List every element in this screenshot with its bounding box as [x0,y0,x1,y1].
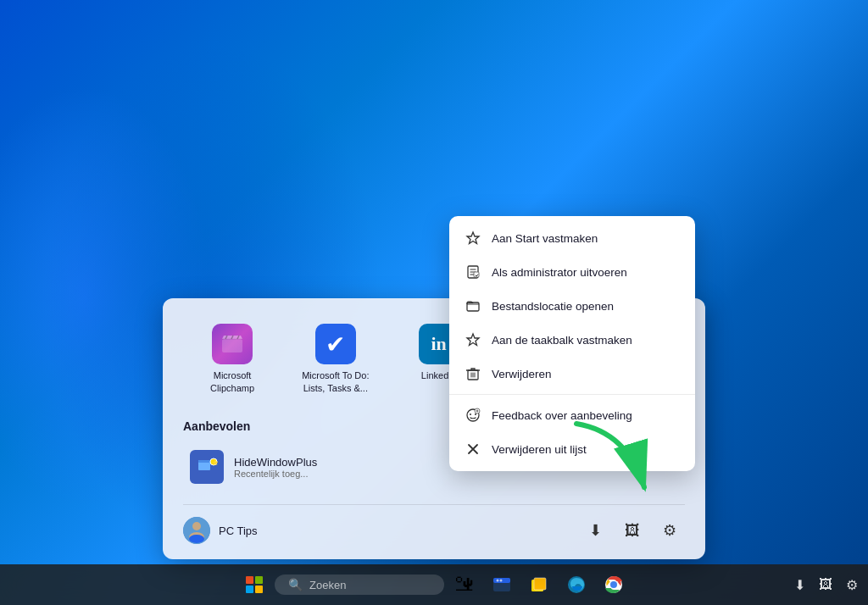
search-label: Zoeken [309,579,346,591]
taskbar-right: ⬇ 🖼 ⚙ [791,574,861,597]
settings-icon: ⚙ [663,521,676,540]
taskbar-icon-chrome[interactable] [597,568,631,602]
context-separator [449,394,695,395]
todo-icon: ✔ [315,324,356,364]
start-bottom-icons: ⬇ 🖼 ⚙ [580,515,685,546]
taskbar-icon-desert[interactable]: 🏜 [448,568,481,602]
context-item-pin-start[interactable]: Aan Start vastmaken [449,221,695,255]
file-location-icon [465,297,481,314]
app-clipchamp[interactable]: Microsoft Clipchamp [198,319,266,399]
context-item-feedback[interactable]: Feedback over aanbeveling [449,398,695,432]
app-todo[interactable]: ✔ Microsoft To Do: Lists, Tasks &... [297,319,374,399]
svg-rect-25 [198,460,210,463]
pin-start-icon [465,230,481,247]
taskbar-icon-browser1[interactable] [485,568,519,602]
taskbar-icon-edge[interactable] [559,568,593,602]
svg-point-29 [192,522,201,530]
context-item-file-location[interactable]: Bestandslocatie openen [449,289,695,323]
context-menu: Aan Start vastmaken Als administrator ui… [449,216,695,471]
hidewindowplus-name: HideWindowPlus [234,456,317,469]
files-icon [529,574,549,595]
tray-download[interactable]: ⬇ [791,574,809,597]
user-avatar [183,517,210,544]
desert-icon: 🏜 [455,574,474,596]
svg-rect-46 [534,578,546,590]
user-info[interactable]: PC Tips [183,517,258,544]
clipchamp-label: Microsoft Clipchamp [210,369,254,394]
svg-point-38 [475,414,476,415]
remove-label: Verwijderen [492,368,552,380]
download-icon: ⬇ [589,521,602,540]
svg-point-37 [470,414,471,415]
hidewindowplus-info: HideWindowPlus Recentelijk toeg... [234,456,317,479]
photo-icon: 🖼 [625,522,640,540]
chrome-icon [604,574,624,595]
svg-point-44 [500,580,503,582]
remove-list-label: Verwijderen uit lijst [492,443,587,456]
start-bottom-bar: PC Tips ⬇ 🖼 ⚙ [183,504,685,546]
download-bottom-btn[interactable]: ⬇ [580,515,610,546]
run-admin-icon [465,264,481,280]
hidewindowplus-sub: Recentelijk toeg... [234,469,317,479]
remove-list-icon [465,441,481,458]
edge-icon [566,574,587,595]
windows-logo [246,576,263,593]
pin-taskbar-label: Aan de taakbalk vastmaken [492,334,632,347]
svg-point-31 [189,535,204,543]
tray-photo[interactable]: 🖼 [815,574,836,596]
svg-point-49 [610,581,617,588]
pin-taskbar-icon [465,331,481,348]
svg-rect-0 [222,339,242,352]
search-bar[interactable]: 🔍 Zoeken [275,574,444,595]
photo-bottom-btn[interactable]: 🖼 [617,515,648,546]
clipchamp-icon [212,324,253,364]
taskbar: 🔍 Zoeken 🏜 [0,564,868,605]
svg-text:⭐: ⭐ [212,459,219,466]
browser1-icon [492,574,512,595]
search-icon: 🔍 [288,578,303,591]
hidewindowplus-icon: ⭐ [190,450,224,484]
tray-settings[interactable]: ⚙ [843,574,861,597]
taskbar-icon-files[interactable] [522,568,556,602]
feedback-icon [465,407,481,424]
desktop: Microsoft Clipchamp ✔ Microsoft To Do: L… [0,0,868,605]
context-item-remove-list[interactable]: Verwijderen uit lijst [449,432,695,466]
remove-icon [465,365,481,382]
svg-point-43 [497,580,499,582]
settings-bottom-btn[interactable]: ⚙ [654,515,685,546]
context-item-pin-taskbar[interactable]: Aan de taakbalk vastmaken [449,323,695,357]
todo-label: Microsoft To Do: Lists, Tasks &... [302,369,369,394]
run-admin-label: Als administrator uitvoeren [492,266,627,279]
file-location-label: Bestandslocatie openen [492,300,614,313]
taskbar-center: 🔍 Zoeken 🏜 [237,568,631,602]
context-item-run-admin[interactable]: Als administrator uitvoeren [449,255,695,289]
start-button[interactable] [237,568,271,602]
feedback-label: Feedback over aanbeveling [492,409,632,422]
context-item-remove[interactable]: Verwijderen [449,357,695,391]
user-name-label: PC Tips [219,525,258,537]
pin-start-label: Aan Start vastmaken [492,232,598,245]
